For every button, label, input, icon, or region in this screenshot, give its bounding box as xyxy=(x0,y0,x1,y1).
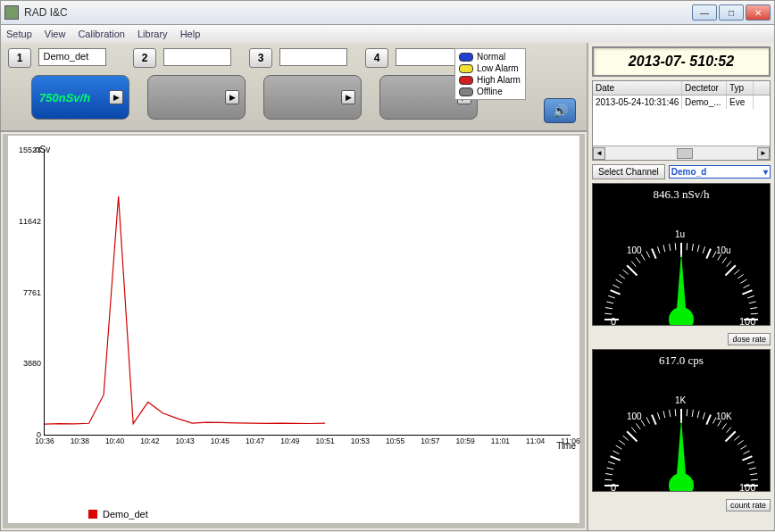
table-row[interactable]: 2013-05-24-10:31:46 Demo_... Eve xyxy=(593,96,770,109)
channel-1-module[interactable]: 750nSv/h ▶ xyxy=(31,75,129,120)
table-header-detector[interactable]: Dectetor xyxy=(682,81,727,95)
svg-line-17 xyxy=(663,245,665,252)
select-channel-button[interactable]: Select Channel xyxy=(592,164,665,179)
svg-line-1 xyxy=(604,313,612,314)
svg-line-54 xyxy=(612,451,619,454)
svg-line-21 xyxy=(687,243,688,250)
svg-line-77 xyxy=(727,428,731,433)
chart-panel: nSv Time 038807761116421552310:3610:3810… xyxy=(3,134,585,528)
svg-line-6 xyxy=(612,285,619,288)
svg-text:1K: 1K xyxy=(675,395,687,405)
chart-line xyxy=(45,150,571,435)
svg-text:100: 100 xyxy=(627,245,642,255)
dose-rate-button[interactable]: dose rate xyxy=(728,333,771,345)
maximize-button[interactable]: □ xyxy=(719,4,744,21)
svg-line-78 xyxy=(725,431,735,441)
gauge-dial: 0 100 100 1K 10K xyxy=(596,378,766,492)
svg-line-66 xyxy=(670,410,671,417)
menu-help[interactable]: Help xyxy=(180,29,201,39)
count-rate-button[interactable]: count rate xyxy=(726,499,771,511)
svg-line-13 xyxy=(641,254,645,261)
svg-text:1u: 1u xyxy=(675,229,685,239)
svg-line-22 xyxy=(692,244,693,251)
menu-calibration[interactable]: Calibration xyxy=(78,29,125,39)
play-icon[interactable]: ▶ xyxy=(109,90,123,104)
channel-2-name[interactable] xyxy=(163,48,231,66)
play-icon[interactable]: ▶ xyxy=(225,90,239,104)
event-table[interactable]: Date Dectetor Typ 2013-05-24-10:31:46 De… xyxy=(592,80,771,161)
svg-line-59 xyxy=(631,428,636,433)
chart-series-legend: Demo_det xyxy=(88,509,148,520)
svg-line-24 xyxy=(703,246,704,254)
svg-line-25 xyxy=(706,249,711,259)
svg-line-52 xyxy=(608,461,615,463)
svg-line-71 xyxy=(697,411,699,418)
gauge-dial: 0 100 100 1u 10u xyxy=(596,212,766,326)
svg-text:100: 100 xyxy=(739,482,755,492)
svg-line-38 xyxy=(750,308,757,309)
svg-line-80 xyxy=(738,440,743,445)
table-hscrollbar[interactable]: ◄ ► xyxy=(593,145,770,160)
svg-line-16 xyxy=(657,246,659,254)
svg-marker-90 xyxy=(676,419,687,486)
svg-line-64 xyxy=(657,412,659,420)
menubar: Setup View Calibration Library Help xyxy=(0,25,775,43)
swatch-low xyxy=(459,64,473,73)
channel-4-button[interactable]: 4 xyxy=(365,48,388,68)
swatch-normal xyxy=(459,53,473,62)
svg-text:0: 0 xyxy=(611,482,616,492)
channel-2-button[interactable]: 2 xyxy=(133,48,156,68)
svg-line-56 xyxy=(619,440,624,445)
svg-line-51 xyxy=(606,468,613,470)
scroll-right-icon[interactable]: ► xyxy=(757,147,770,160)
svg-line-70 xyxy=(692,410,693,417)
svg-line-15 xyxy=(652,249,656,259)
channel-3-module[interactable]: ▶ xyxy=(263,75,362,120)
svg-line-7 xyxy=(616,279,622,283)
svg-line-63 xyxy=(652,415,656,425)
menu-library[interactable]: Library xyxy=(138,29,168,39)
channel-2-module[interactable]: ▶ xyxy=(147,75,246,120)
table-header-date[interactable]: Date xyxy=(593,81,682,95)
minimize-button[interactable]: — xyxy=(692,4,717,21)
svg-line-84 xyxy=(747,461,754,463)
svg-line-57 xyxy=(623,436,629,440)
clock-display: 2013-07- 510:52 xyxy=(592,46,771,77)
svg-line-5 xyxy=(611,290,621,295)
svg-text:10u: 10u xyxy=(716,245,731,255)
svg-line-69 xyxy=(687,409,688,416)
scroll-left-icon[interactable]: ◄ xyxy=(593,147,605,160)
svg-line-12 xyxy=(636,257,640,262)
menu-setup[interactable]: Setup xyxy=(6,29,32,39)
titlebar: RAD I&C — □ ✕ xyxy=(0,0,775,25)
speaker-button[interactable]: 🔊 xyxy=(544,98,576,123)
channel-dropdown[interactable]: Demo_d▾ xyxy=(669,165,771,179)
menu-view[interactable]: View xyxy=(45,29,66,39)
channel-3-name[interactable] xyxy=(279,48,347,66)
svg-line-72 xyxy=(703,412,704,420)
chevron-down-icon: ▾ xyxy=(763,167,768,177)
close-button[interactable]: ✕ xyxy=(746,4,771,21)
svg-line-86 xyxy=(750,474,757,475)
svg-line-58 xyxy=(627,431,637,441)
svg-marker-42 xyxy=(676,253,687,320)
svg-line-73 xyxy=(706,415,711,425)
svg-line-82 xyxy=(743,451,749,454)
svg-line-23 xyxy=(697,245,699,252)
svg-line-8 xyxy=(619,274,624,278)
svg-line-83 xyxy=(742,456,752,461)
channel-1-name[interactable]: Demo_det xyxy=(38,48,106,66)
play-icon[interactable]: ▶ xyxy=(341,90,355,104)
channel-3-button[interactable]: 3 xyxy=(249,48,272,68)
table-header-type[interactable]: Typ xyxy=(727,81,754,95)
svg-line-81 xyxy=(741,445,747,449)
scroll-thumb[interactable] xyxy=(677,148,693,159)
svg-line-36 xyxy=(747,295,754,297)
channel-1-button[interactable]: 1 xyxy=(8,48,31,68)
svg-text:0: 0 xyxy=(611,316,616,326)
window-title: RAD I&C xyxy=(24,6,68,19)
svg-line-32 xyxy=(738,274,743,278)
svg-line-61 xyxy=(641,420,645,427)
svg-line-2 xyxy=(605,308,612,309)
chart-plot-area[interactable]: Time 038807761116421552310:3610:3810:401… xyxy=(44,150,571,436)
